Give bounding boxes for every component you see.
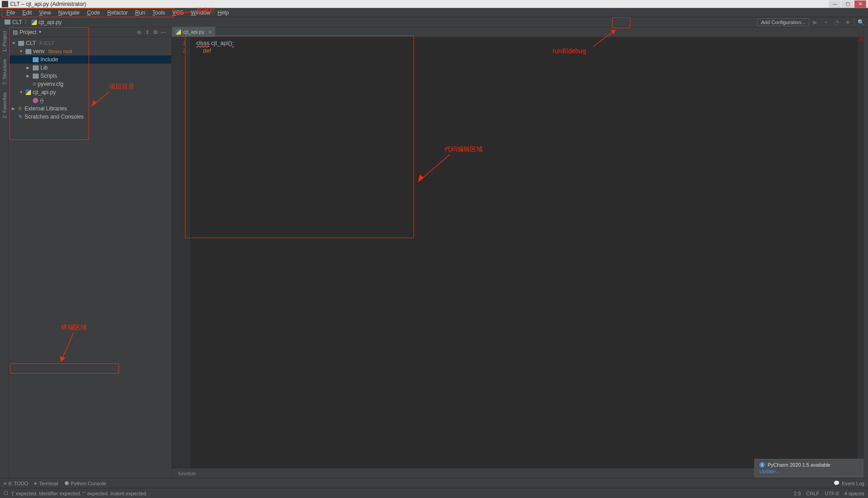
tree-item[interactable]: Include [9, 55, 171, 64]
add-configuration-button[interactable]: Add Configuration... [757, 18, 809, 26]
tree-item[interactable]: ▶Scripts [9, 72, 171, 80]
app-icon [2, 1, 8, 7]
update-notification[interactable]: i PyCharm 2020.1.5 available Update... [754, 459, 863, 477]
status-icon: ☐ [4, 490, 8, 496]
menu-window[interactable]: Window [187, 9, 214, 17]
project-view-dropdown-icon[interactable]: ▼ [38, 30, 42, 34]
hide-icon[interactable]: — [160, 29, 168, 35]
window-title: CLT – cjt_api.py (Administrator) [10, 1, 86, 7]
project-view-title[interactable]: Project [20, 29, 36, 35]
status-bar: ☐ '(' expected. Identifier expected. ':'… [0, 488, 868, 498]
error-mark[interactable] [859, 40, 863, 41]
debug-button[interactable]: ⌖ [820, 17, 831, 27]
indent-setting[interactable]: 4 spaces [844, 491, 864, 496]
menu-refactor[interactable]: Refactor [104, 9, 131, 17]
breadcrumb-sep: 〉 [24, 18, 30, 26]
bottom-tab-pythonconsole[interactable]: ⬢Python Console [65, 480, 106, 486]
bottom-tool-tabs: ≡6: TODO▸Terminal⬢Python Console 💬 Event… [0, 478, 868, 488]
navigation-bar: CLT 〉 cjt_api.py Add Configuration... ▶ … [0, 17, 868, 27]
menu-tools[interactable]: Tools [149, 9, 169, 17]
menu-run[interactable]: Run [131, 9, 149, 17]
menu-file[interactable]: File [3, 9, 19, 17]
minimize-button[interactable]: — [829, 0, 841, 8]
window-titlebar: CLT – cjt_api.py (Administrator) — ▢ ✕ [0, 0, 868, 8]
tree-item[interactable]: ▶⊪External Libraries [9, 105, 171, 113]
caret-position[interactable]: 2:9 [794, 491, 801, 496]
menu-edit[interactable]: Edit [19, 9, 35, 17]
tree-item[interactable]: ▶Lib [9, 64, 171, 72]
error-mark[interactable] [859, 39, 863, 40]
tool-tab-favorites[interactable]: 2: Favorites [1, 89, 8, 122]
line-separator[interactable]: CRLF [806, 491, 819, 496]
project-view-icon: ▤ [13, 29, 18, 35]
editor-area: cjt_api.py ✕ 12 clsss cjt_api(): def fun… [172, 27, 863, 478]
menu-code[interactable]: Code [83, 9, 104, 17]
breadcrumb-file[interactable]: cjt_api.py [31, 19, 62, 25]
left-tool-strip: 1: Project7: Structure2: Favorites [0, 27, 9, 478]
close-tab-icon[interactable]: ✕ [208, 30, 212, 35]
close-button[interactable]: ✕ [854, 0, 866, 8]
tree-item[interactable]: ▼cjt_api.py [9, 88, 171, 96]
event-log-button[interactable]: 💬 Event Log [833, 480, 864, 486]
expand-icon[interactable]: ⇕ [143, 29, 151, 35]
tool-tab-structure[interactable]: 7: Structure [1, 55, 8, 89]
event-log-icon: 💬 [833, 480, 840, 486]
maximize-button[interactable]: ▢ [842, 0, 853, 8]
editor-tab[interactable]: cjt_api.py ✕ [172, 27, 216, 37]
locate-icon[interactable]: ⊚ [135, 29, 143, 35]
settings-icon[interactable]: ⚙ [151, 29, 160, 35]
run-with-coverage-button[interactable]: ◔ [831, 17, 842, 27]
folder-icon [5, 20, 10, 25]
right-tool-strip [863, 27, 868, 478]
update-link[interactable]: Update... [759, 468, 858, 474]
menu-bar: FileEditViewNavigateCodeRefactorRunTools… [0, 8, 868, 17]
project-tree[interactable]: ▼CLTF:\CLT▼venvlibrary rootInclude▶Lib▶S… [9, 37, 171, 123]
tree-item[interactable]: ✎Scratches and Consoles [9, 113, 171, 121]
menu-help[interactable]: Help [214, 9, 233, 17]
tool-tab-project[interactable]: 1: Project [1, 27, 8, 55]
tree-item[interactable]: () [9, 96, 171, 105]
file-encoding[interactable]: UTF-8 [825, 491, 839, 496]
search-everywhere-button[interactable]: 🔍 [855, 17, 866, 27]
editor-content[interactable]: clsss cjt_api(): def [190, 37, 858, 468]
stop-button[interactable]: ■ [842, 17, 853, 27]
python-file-icon [175, 29, 181, 35]
editor-gutter[interactable]: 12 [172, 37, 190, 468]
menu-view[interactable]: View [35, 9, 55, 17]
bottom-tab-terminal[interactable]: ▸Terminal [35, 480, 58, 486]
breadcrumb-root[interactable]: CLT [5, 19, 22, 25]
python-file-icon [31, 20, 37, 25]
tree-item[interactable]: ≡pyvenv.cfg [9, 80, 171, 88]
project-tool-window: ▤ Project ▼ ⊚ ⇕ ⚙ — ▼CLTF:\CLT▼venvlibra… [9, 27, 172, 478]
tree-item[interactable]: ▼CLTF:\CLT [9, 39, 171, 47]
menu-navigate[interactable]: Navigate [55, 9, 83, 17]
bottom-tab-todo[interactable]: ≡6: TODO [4, 481, 28, 486]
editor-tabs: cjt_api.py ✕ [172, 27, 863, 37]
run-button[interactable]: ▶ [809, 17, 820, 27]
menu-vcs[interactable]: VCS [169, 9, 187, 17]
info-icon: i [759, 462, 765, 468]
status-message: '(' expected. Identifier expected. ':' e… [11, 491, 147, 496]
error-stripe[interactable] [858, 37, 863, 468]
tree-item[interactable]: ▼venvlibrary root [9, 47, 171, 55]
